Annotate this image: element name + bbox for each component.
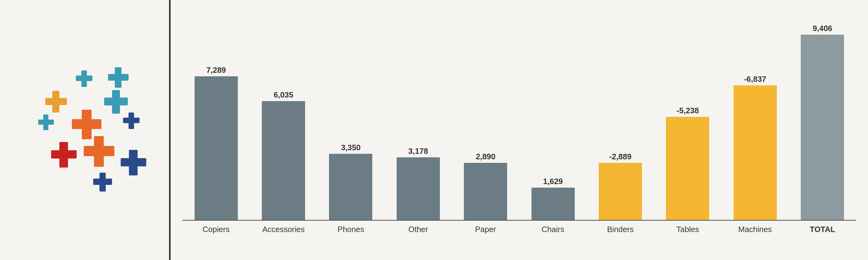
bar-group-accessories: 6,035 Accessories [262,90,305,220]
bar-group-copiers: 7,289 Copiers [195,66,238,220]
bar-value-total: 9,406 [813,24,832,33]
chart-baseline [182,220,856,221]
cross-icon [72,110,101,139]
bar-value-copiers: 7,289 [206,66,226,75]
bar-value-paper: 2,890 [476,152,495,161]
bar-label-tables: Tables [677,225,699,234]
bar-rect-binders [599,163,642,220]
bar-group-machines: -6,837 Machines [734,75,777,220]
bars-container: 7,289 Copiers 6,035 Accessories 3,350 Ph… [182,8,856,220]
cross-icon [51,142,77,168]
bar-value-binders: -2,889 [609,152,632,161]
bar-rect-phones [329,154,372,220]
bar-group-chairs: 1,629 Chairs [531,177,575,220]
bar-group-total: 9,406 TOTAL [801,24,844,220]
bar-rect-accessories [262,101,305,220]
bar-value-chairs: 1,629 [543,177,563,186]
bar-value-accessories: 6,035 [274,90,293,100]
bar-label-other: Other [408,225,428,234]
cross-icon [104,90,128,114]
bar-label-chairs: Chairs [542,225,565,234]
bar-label-paper: Paper [475,225,496,234]
bar-group-binders: -2,889 Binders [599,152,642,220]
bar-value-machines: -6,837 [744,75,766,84]
bar-rect-copiers [195,76,238,220]
bar-group-tables: -5,238 Tables [666,106,709,220]
bar-rect-total [801,35,844,220]
cross-icon [76,70,92,87]
chart-panel: 7,289 Copiers 6,035 Accessories 3,350 Ph… [171,0,868,260]
cross-icon [108,67,129,88]
bar-rect-tables [666,117,709,220]
cross-icon [38,114,54,130]
cross-icon [123,112,140,129]
bar-value-other: 3,178 [408,147,428,156]
chart-area: 7,289 Copiers 6,035 Accessories 3,350 Ph… [182,8,856,236]
bar-label-machines: Machines [738,225,772,234]
bar-value-tables: -5,238 [677,106,699,115]
cross-icon [121,150,146,175]
bar-label-total: TOTAL [810,225,835,234]
bar-label-binders: Binders [607,225,634,234]
bar-rect-paper [464,163,507,220]
cross-icon [93,173,112,192]
cross-icon [84,136,114,167]
bar-rect-machines [734,85,777,220]
cross-icon [45,91,67,112]
bar-rect-chairs [531,188,575,220]
bar-label-copiers: Copiers [202,225,230,234]
bar-rect-other [397,157,440,220]
bar-label-accessories: Accessories [262,225,305,234]
logo-grid [29,67,140,193]
bar-label-phones: Phones [338,225,364,234]
bar-group-other: 3,178 Other [397,147,440,220]
logo-panel [0,0,169,260]
bar-value-phones: 3,350 [341,143,360,152]
bar-group-phones: 3,350 Phones [329,143,372,220]
bar-group-paper: 2,890 Paper [464,152,507,220]
